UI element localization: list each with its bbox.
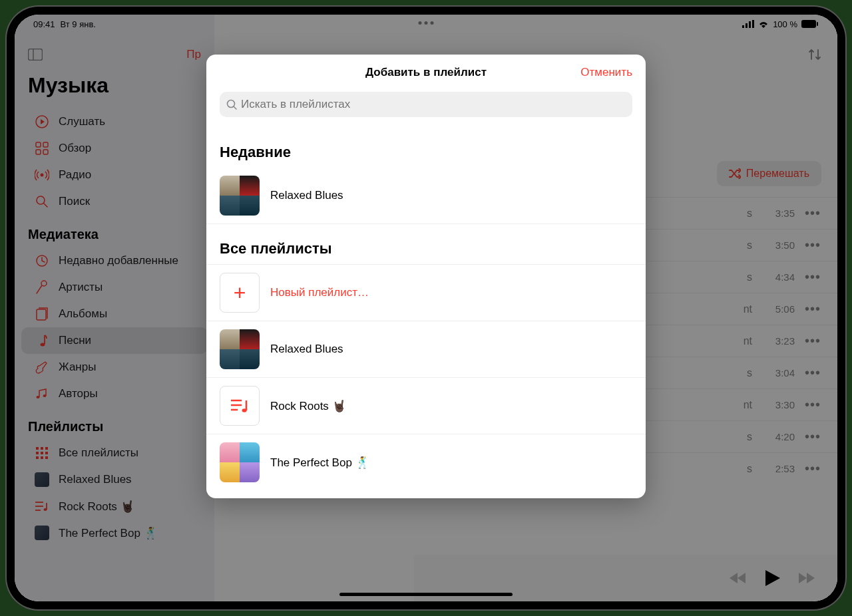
playlist-row[interactable]: Rock Roots 🤘🏿 [206, 377, 646, 434]
playlist-thumb [220, 329, 260, 369]
ipad-screen: 09:41 Вт 9 янв. 100 % [15, 15, 837, 601]
svg-line-38 [234, 106, 236, 109]
playlist-row[interactable]: Relaxed Blues [206, 168, 646, 224]
playlist-thumb [220, 442, 260, 482]
playlist-row-label: Relaxed Blues [270, 343, 343, 356]
playlist-row[interactable]: Relaxed Blues [206, 321, 646, 377]
search-field[interactable] [220, 92, 632, 117]
new-playlist-row[interactable]: +Новый плейлист… [206, 264, 646, 321]
home-indicator[interactable] [339, 593, 513, 596]
playlist-thumb [220, 176, 260, 216]
all-playlists-heading: Все плейлисты [206, 224, 646, 264]
search-input[interactable] [241, 98, 626, 111]
new-playlist-thumb: + [220, 273, 260, 313]
search-icon [226, 99, 237, 110]
modal-title: Добавить в плейлист [365, 66, 487, 79]
recent-heading: Недавние [206, 128, 646, 168]
playlist-row-label: The Perfect Bop 🕺 [270, 456, 369, 470]
cancel-button[interactable]: Отменить [580, 66, 632, 79]
playlist-row-label: Новый плейлист… [270, 286, 369, 299]
plus-icon: + [234, 281, 246, 305]
add-to-playlist-modal: Добавить в плейлист Отменить Недавние Re… [206, 55, 646, 498]
playlist-row-label: Rock Roots 🤘🏿 [270, 399, 346, 413]
playlist-row-label: Relaxed Blues [270, 189, 343, 202]
ipad-frame: 09:41 Вт 9 янв. 100 % [7, 7, 845, 609]
modal-overlay[interactable]: Добавить в плейлист Отменить Недавние Re… [15, 15, 837, 601]
playlist-row[interactable]: The Perfect Bop 🕺 [206, 434, 646, 490]
playlist-thumb [220, 386, 260, 426]
